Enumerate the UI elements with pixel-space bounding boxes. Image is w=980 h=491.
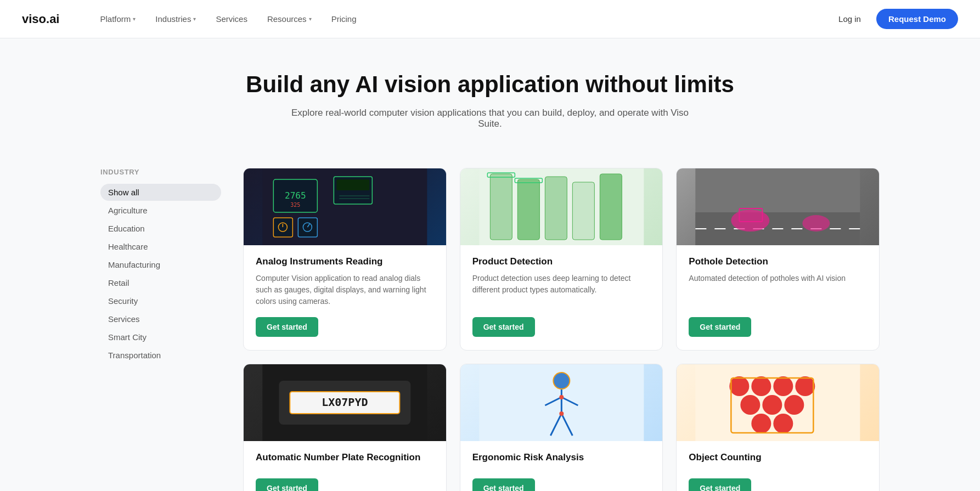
card-image-1 [460,168,663,245]
svg-rect-16 [517,179,539,240]
card-title-5: Object Counting [689,452,867,463]
svg-point-47 [796,376,815,396]
cards-area: 2765 325 Analog Instruments Reading Comp… [243,168,880,491]
navbar: viso.ai Platform ▾ Industries ▾ Services… [0,0,980,38]
card-image-2 [677,168,879,245]
hero-subtitle: Explore real-world computer vision appli… [287,108,693,129]
sidebar-item-transportation[interactable]: Transportation [100,347,221,364]
nav-pricing[interactable]: Pricing [324,10,364,28]
sidebar-item-manufacturing[interactable]: Manufacturing [100,256,221,273]
card-5: Object Counting Get started [676,364,880,491]
sidebar-items: Show allAgricultureEducationHealthcareMa… [100,184,221,364]
cards-grid: 2765 325 Analog Instruments Reading Comp… [243,168,880,491]
card-2: Pothole Detection Automated detection of… [676,168,880,351]
svg-point-44 [730,376,750,396]
sidebar-item-show-all[interactable]: Show all [100,184,221,201]
nav-links: Platform ▾ Industries ▾ Services Resourc… [92,10,832,28]
svg-text:325: 325 [290,202,300,208]
card-title-0: Analog Instruments Reading [256,256,434,267]
svg-point-52 [774,414,793,433]
nav-resources[interactable]: Resources ▾ [260,10,319,28]
sidebar-item-education[interactable]: Education [100,220,221,237]
svg-point-49 [763,395,782,415]
svg-point-48 [741,395,761,415]
nav-industries[interactable]: Industries ▾ [148,10,204,28]
hero-title: Build any AI vision application without … [22,71,958,98]
card-1: Product Detection Product detection uses… [460,168,663,351]
card-0: 2765 325 Analog Instruments Reading Comp… [243,168,447,351]
main-layout: Industry Show allAgricultureEducationHea… [78,168,902,491]
card-title-4: Ergonomic Risk Analysis [472,452,651,463]
sidebar-item-healthcare[interactable]: Healthcare [100,238,221,255]
card-desc-2: Automated detection of potholes with AI … [689,273,867,307]
svg-point-26 [803,215,830,232]
svg-rect-7 [298,218,317,237]
card-desc-1: Product detection uses deep learning to … [472,273,651,307]
login-button[interactable]: Log in [832,10,868,28]
site-logo[interactable]: viso.ai [22,12,59,26]
svg-point-42 [559,411,564,416]
card-image-0: 2765 325 [244,168,446,245]
svg-point-45 [752,376,771,396]
sidebar-item-services[interactable]: Services [100,311,221,328]
svg-point-41 [559,395,564,399]
chevron-down-icon: ▾ [309,16,312,22]
chevron-down-icon: ▾ [133,16,136,22]
card-image-3: LX07PYD [244,364,446,441]
card-get-started-1[interactable]: Get started [472,317,535,337]
card-image-5 [677,364,879,441]
svg-rect-17 [545,177,567,240]
sidebar-item-security[interactable]: Security [100,292,221,309]
request-demo-button[interactable]: Request Demo [876,9,958,29]
svg-point-46 [774,376,793,396]
card-title-2: Pothole Detection [689,256,867,267]
sidebar: Industry Show allAgricultureEducationHea… [100,168,221,491]
sidebar-item-agriculture[interactable]: Agriculture [100,202,221,219]
svg-rect-11 [336,179,369,190]
nav-platform[interactable]: Platform ▾ [92,10,143,28]
card-body-1: Product Detection Product detection uses… [460,245,663,350]
svg-text:LX07PYD: LX07PYD [322,396,368,409]
card-get-started-3[interactable]: Get started [256,478,318,491]
svg-rect-19 [600,174,622,240]
svg-rect-4 [273,218,292,237]
card-image-4 [460,364,663,441]
card-body-0: Analog Instruments Reading Computer Visi… [244,245,446,350]
card-4: Ergonomic Risk Analysis Get started [460,364,663,491]
sidebar-heading: Industry [100,168,221,176]
card-get-started-5[interactable]: Get started [689,478,751,491]
chevron-down-icon: ▾ [193,16,196,22]
svg-rect-18 [572,182,594,240]
card-body-5: Object Counting Get started [677,441,879,491]
card-title-1: Product Detection [472,256,651,267]
card-title-3: Automatic Number Plate Recognition [256,452,434,463]
svg-point-25 [731,210,770,232]
svg-point-51 [752,414,771,433]
svg-point-50 [785,395,804,415]
card-body-4: Ergonomic Risk Analysis Get started [460,441,663,491]
card-body-3: Automatic Number Plate Recognition Get s… [244,441,446,491]
sidebar-item-smart-city[interactable]: Smart City [100,329,221,346]
svg-text:2765: 2765 [285,190,306,201]
nav-actions: Log in Request Demo [832,9,958,29]
card-3: LX07PYD Automatic Number Plate Recogniti… [243,364,447,491]
card-get-started-4[interactable]: Get started [472,478,535,491]
sidebar-item-retail[interactable]: Retail [100,274,221,291]
nav-services[interactable]: Services [208,10,255,28]
hero-section: Build any AI vision application without … [0,38,980,151]
card-desc-0: Computer Vision application to read anal… [256,273,434,307]
card-body-2: Pothole Detection Automated detection of… [677,245,879,350]
svg-rect-15 [490,174,512,240]
card-get-started-2[interactable]: Get started [689,317,751,337]
card-get-started-0[interactable]: Get started [256,317,318,337]
